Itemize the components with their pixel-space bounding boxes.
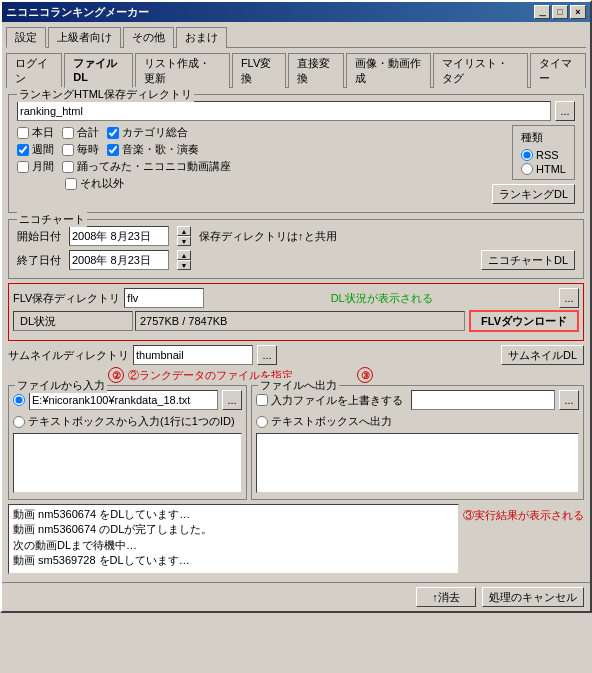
- output-file-browse[interactable]: ...: [559, 390, 579, 410]
- tabs-row1: 設定 上級者向け その他 おまけ: [2, 22, 590, 47]
- end-date-label: 終了日付: [17, 253, 61, 268]
- tab-mylist-tag[interactable]: マイリスト・タグ: [433, 53, 528, 88]
- checkbox-row1: 本日 合計 カテゴリ総合: [17, 125, 484, 140]
- flv-browse-button[interactable]: ...: [559, 288, 579, 308]
- thumbnail-dir-input[interactable]: [133, 345, 253, 365]
- thumbnail-dl-button[interactable]: サムネイルDL: [501, 345, 584, 365]
- checkbox-dance-input[interactable]: [62, 161, 74, 173]
- dl-status-bar: DL状況: [13, 311, 133, 331]
- flv-save-dir-label: FLV保存ディレクトリ: [13, 291, 120, 306]
- checkbox-other[interactable]: それ以外: [65, 176, 124, 191]
- tab-login[interactable]: ログイン: [6, 53, 62, 88]
- tab-list-update[interactable]: リスト作成・更新: [135, 53, 230, 88]
- close-button[interactable]: ×: [570, 5, 586, 19]
- title-bar: ニコニコランキングメーカー ＿ □ ×: [2, 2, 590, 22]
- log-line-1: 動画 nm5360674 をDLしています…: [13, 507, 454, 522]
- radio-html-input[interactable]: [521, 163, 533, 175]
- start-date-input[interactable]: [69, 226, 169, 246]
- ranking-browse-button[interactable]: ...: [555, 101, 575, 121]
- checkbox-total[interactable]: 合計: [62, 125, 99, 140]
- checkbox-hourly[interactable]: 毎時: [62, 142, 99, 157]
- checkbox-monthly[interactable]: 月間: [17, 159, 54, 174]
- log-section: 動画 nm5360674 をDLしています… 動画 nm5360674 のDLが…: [8, 504, 584, 574]
- cancel-button[interactable]: 処理のキャンセル: [482, 587, 584, 607]
- overwrite-label: 入力ファイルを上書きする: [271, 393, 403, 408]
- tabs-row2: ログイン ファイルDL リスト作成・更新 FLV変換 直接変換 画像・動画作成 …: [2, 50, 590, 87]
- tab-advanced[interactable]: 上級者向け: [48, 27, 121, 48]
- thumbnail-browse-button[interactable]: ...: [257, 345, 277, 365]
- ranking-dl-button[interactable]: ランキングDL: [492, 184, 575, 204]
- checkbox-monthly-label: 月間: [32, 159, 54, 174]
- input-panel: ファイルから入力 ... テキストボックスから入力(1行に1つのID): [8, 385, 247, 500]
- clear-button[interactable]: ↑消去: [416, 587, 476, 607]
- overwrite-checkbox[interactable]: 入力ファイルを上書きする: [256, 393, 403, 408]
- radio-textbox-output-btn[interactable]: [256, 416, 268, 428]
- radio-textbox-input-btn[interactable]: [13, 416, 25, 428]
- flv-save-dir-input[interactable]: [124, 288, 204, 308]
- end-date-spin[interactable]: ▲ ▼: [177, 250, 191, 270]
- start-date-up[interactable]: ▲: [177, 226, 191, 236]
- radio-file-input-btn[interactable]: [13, 394, 25, 406]
- tab-file-dl[interactable]: ファイルDL: [64, 53, 133, 88]
- tab-flv-convert[interactable]: FLV変換: [232, 53, 286, 88]
- start-date-spin[interactable]: ▲ ▼: [177, 226, 191, 246]
- dl-progress-text: 2757KB / 7847KB: [136, 315, 231, 327]
- annotation3-circle: ③: [357, 367, 373, 383]
- checkbox-weekly-label: 週間: [32, 142, 54, 157]
- radio-textbox-input[interactable]: テキストボックスから入力(1行に1つのID): [13, 414, 235, 429]
- radio-html[interactable]: HTML: [521, 163, 566, 175]
- tab-other[interactable]: その他: [123, 27, 174, 48]
- checkbox-monthly-input[interactable]: [17, 161, 29, 173]
- checkbox-today-input[interactable]: [17, 127, 29, 139]
- checkbox-music[interactable]: 音楽・歌・演奏: [107, 142, 199, 157]
- end-date-up[interactable]: ▲: [177, 250, 191, 260]
- input-file-browse[interactable]: ...: [222, 390, 242, 410]
- tab-direct-convert[interactable]: 直接変換: [288, 53, 344, 88]
- checkbox-music-input[interactable]: [107, 144, 119, 156]
- end-date-down[interactable]: ▼: [177, 260, 191, 270]
- tab-extra[interactable]: おまけ: [176, 27, 227, 48]
- dl-status-row: DL状況 2757KB / 7847KB FLVダウンロード: [13, 310, 579, 332]
- output-panel: ファイルへ出力 入力ファイルを上書きする ... テキストボックスへ出力: [251, 385, 584, 500]
- checkbox-weekly[interactable]: 週間: [17, 142, 54, 157]
- tab-image-video[interactable]: 画像・動画作成: [346, 53, 431, 88]
- log-line-3: 次の動画DLまで待機中…: [13, 538, 454, 553]
- input-file-field[interactable]: [29, 390, 218, 410]
- dl-status-label: DL状況: [14, 314, 62, 329]
- checkbox-total-input[interactable]: [62, 127, 74, 139]
- checkbox-category-total[interactable]: カテゴリ総合: [107, 125, 188, 140]
- start-date-down[interactable]: ▼: [177, 236, 191, 246]
- output-textarea[interactable]: [256, 433, 579, 493]
- tab-settings[interactable]: 設定: [6, 27, 46, 48]
- input-textbox-row: テキストボックスから入力(1行に1つのID): [13, 414, 242, 429]
- end-date-input[interactable]: [69, 250, 169, 270]
- output-file-field[interactable]: [411, 390, 555, 410]
- log-line-2: 動画 nm5360674 のDLが完了しました。: [13, 522, 454, 537]
- checkbox-category-total-label: カテゴリ総合: [122, 125, 188, 140]
- maximize-button[interactable]: □: [552, 5, 568, 19]
- radio-rss-input[interactable]: [521, 149, 533, 161]
- radio-rss[interactable]: RSS: [521, 149, 566, 161]
- checkbox-hourly-input[interactable]: [62, 144, 74, 156]
- checkbox-today[interactable]: 本日: [17, 125, 54, 140]
- radio-textbox-output[interactable]: テキストボックスへ出力: [256, 414, 392, 429]
- flv-download-button[interactable]: FLVダウンロード: [469, 310, 579, 332]
- ranking-dir-input[interactable]: [17, 101, 551, 121]
- checkbox-category-total-input[interactable]: [107, 127, 119, 139]
- ranking-section: ランキングHTML保存ディレクトリ ... 本日 合計: [8, 94, 584, 213]
- nichochart-dl-button[interactable]: ニコチャートDL: [481, 250, 575, 270]
- checkbox-weekly-input[interactable]: [17, 144, 29, 156]
- ranking-section-label: ランキングHTML保存ディレクトリ: [17, 87, 194, 102]
- input-textarea[interactable]: [13, 433, 242, 493]
- minimize-button[interactable]: ＿: [534, 5, 550, 19]
- type-label: 種類: [521, 130, 566, 145]
- checkbox-dance[interactable]: 踊ってみた・ニコニコ動画講座: [62, 159, 231, 174]
- radio-html-label: HTML: [536, 163, 566, 175]
- checkbox-other-input[interactable]: [65, 178, 77, 190]
- dl-status-hint: DL状況が表示される: [208, 291, 555, 306]
- thumbnail-row: サムネイルディレクトリ ... サムネイルDL: [8, 345, 584, 365]
- tab-timer[interactable]: タイマー: [530, 53, 586, 88]
- bottom-bar: ↑消去 処理のキャンセル: [2, 582, 590, 611]
- overwrite-checkbox-input[interactable]: [256, 394, 268, 406]
- radio-file-input[interactable]: [13, 394, 25, 406]
